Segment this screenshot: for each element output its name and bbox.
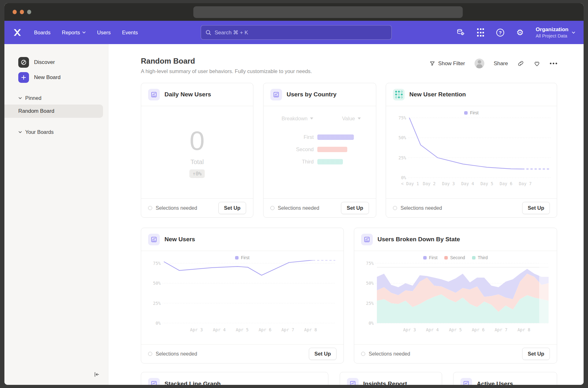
svg-text:Apr 6: Apr 6 bbox=[472, 327, 485, 332]
sidebar-item-new-board[interactable]: New Board bbox=[4, 71, 108, 84]
nav-item-label: Boards bbox=[34, 30, 50, 36]
search-input[interactable]: Search ⌘ + K bbox=[201, 25, 392, 40]
bar-row: Second bbox=[263, 146, 376, 152]
sidebar-section-pinned[interactable]: Pinned bbox=[4, 92, 108, 104]
svg-text:Day 7: Day 7 bbox=[519, 181, 532, 186]
set-up-button[interactable]: Set Up bbox=[341, 202, 369, 214]
value-dropdown[interactable]: Value bbox=[342, 116, 361, 122]
legend-label: First bbox=[470, 110, 478, 115]
share-label: Share bbox=[494, 60, 508, 67]
retention-chart: 75%50%25%0%< Day 1Day 2Day 3Day 4Day 5Da… bbox=[386, 115, 557, 190]
svg-text:Day 6: Day 6 bbox=[500, 181, 513, 186]
svg-text:Apr 4: Apr 4 bbox=[426, 327, 439, 332]
sidebar-item-label: New Board bbox=[34, 74, 61, 81]
svg-text:< Day 1: < Day 1 bbox=[401, 181, 419, 186]
svg-text:Apr 4: Apr 4 bbox=[213, 327, 226, 332]
address-bar[interactable] bbox=[193, 6, 463, 18]
chart-legend: First Second Third bbox=[354, 255, 557, 260]
page-subtitle: A high-level summary of user behaviors. … bbox=[141, 68, 557, 74]
window-close-button[interactable] bbox=[13, 10, 17, 14]
set-up-button[interactable]: Set Up bbox=[218, 202, 246, 214]
status-circle-icon bbox=[148, 206, 152, 210]
bar-label: Second bbox=[263, 146, 314, 152]
help-icon[interactable]: ? bbox=[496, 29, 504, 37]
header-actions: Show Filter Share bbox=[429, 59, 557, 68]
window-zoom-button[interactable] bbox=[27, 10, 31, 14]
nav-item-events[interactable]: Events bbox=[122, 30, 138, 36]
card-title: Daily New Users bbox=[164, 91, 211, 98]
legend-label: First bbox=[429, 255, 437, 260]
svg-text:Apr 5: Apr 5 bbox=[449, 327, 462, 332]
svg-text:75%: 75% bbox=[153, 261, 161, 266]
nav-item-users[interactable]: Users bbox=[97, 30, 111, 36]
sidebar-item-discover[interactable]: Discover bbox=[4, 56, 108, 69]
settings-gear-icon[interactable]: ⚙ bbox=[516, 28, 524, 37]
nav-item-label: Users bbox=[97, 30, 111, 36]
chart-legend: First bbox=[386, 110, 557, 115]
card-users-by-state: Users Broken Down By State First Second … bbox=[354, 228, 557, 363]
svg-text:Day 5: Day 5 bbox=[481, 181, 493, 186]
card-title: New User Retention bbox=[409, 91, 466, 98]
show-filter-label: Show Filter bbox=[438, 60, 465, 67]
board-label: Random Board bbox=[18, 108, 54, 114]
legend-label: Second bbox=[450, 255, 465, 260]
chevron-down-icon bbox=[18, 97, 22, 100]
chart-legend: First bbox=[141, 255, 343, 260]
chevron-down-icon bbox=[358, 117, 361, 120]
legend-swatch bbox=[464, 111, 468, 115]
favorite-button[interactable] bbox=[533, 60, 540, 67]
svg-text:75%: 75% bbox=[366, 261, 374, 266]
bar-row: First bbox=[263, 134, 376, 140]
bar-second bbox=[317, 147, 347, 152]
window-minimize-button[interactable] bbox=[20, 10, 24, 14]
chart-icon bbox=[347, 378, 359, 385]
sidebar-collapse-button[interactable] bbox=[93, 371, 100, 379]
search-icon bbox=[205, 30, 211, 36]
org-switcher[interactable]: Organization All Project Data bbox=[536, 26, 575, 38]
svg-text:25%: 25% bbox=[153, 301, 161, 306]
svg-text:Apr 3: Apr 3 bbox=[190, 327, 203, 332]
card-title: Active Users bbox=[477, 380, 513, 385]
sidebar-item-random-board[interactable]: Random Board bbox=[4, 105, 103, 118]
nav-item-label: Reports bbox=[62, 30, 80, 36]
avatar[interactable] bbox=[475, 59, 484, 68]
sidebar-section-your-boards[interactable]: Your Boards bbox=[4, 126, 108, 138]
chart-icon bbox=[460, 378, 472, 385]
bar-label: First bbox=[263, 134, 314, 140]
svg-text:0%: 0% bbox=[369, 321, 374, 326]
chevron-down-icon bbox=[18, 131, 22, 134]
svg-text:Day 3: Day 3 bbox=[442, 181, 455, 186]
svg-text:50%: 50% bbox=[366, 281, 374, 286]
card-title: Users Broken Down By State bbox=[378, 236, 460, 243]
plus-icon bbox=[18, 72, 29, 83]
data-management-icon[interactable] bbox=[456, 28, 465, 37]
chart-icon bbox=[361, 234, 373, 245]
mixpanel-logo-icon[interactable] bbox=[13, 27, 23, 37]
set-up-button[interactable]: Set Up bbox=[522, 348, 550, 360]
show-filter-button[interactable]: Show Filter bbox=[429, 60, 465, 67]
more-options-button[interactable] bbox=[550, 63, 557, 64]
dropdown-label: Breakdown bbox=[282, 116, 308, 122]
card-new-user-retention: New User Retention First 75%50%25%0%< Da… bbox=[386, 83, 557, 218]
legend-swatch bbox=[235, 256, 239, 260]
app-window: Boards Reports Users Events Search ⌘ + K bbox=[4, 3, 584, 385]
legend-label: First bbox=[241, 255, 249, 260]
nav-item-reports[interactable]: Reports bbox=[62, 30, 86, 36]
card-active-users: Active Users bbox=[453, 372, 557, 385]
chevron-down-icon bbox=[572, 31, 575, 34]
set-up-button[interactable]: Set Up bbox=[522, 202, 550, 214]
set-up-button[interactable]: Set Up bbox=[309, 348, 337, 360]
apps-grid-icon[interactable] bbox=[476, 28, 485, 37]
svg-text:Apr 7: Apr 7 bbox=[281, 327, 294, 332]
share-button[interactable]: Share bbox=[494, 60, 508, 67]
bar-third bbox=[317, 159, 343, 164]
nav-item-label: Events bbox=[122, 30, 138, 36]
sidebar: Discover New Board Pinned Random Board Y… bbox=[4, 44, 108, 385]
copy-link-button[interactable] bbox=[517, 60, 524, 67]
card-stacked-line-graph: Stacked Line Graph bbox=[141, 372, 328, 385]
dropdown-label: Value bbox=[342, 116, 355, 122]
nav-item-boards[interactable]: Boards bbox=[34, 30, 50, 36]
metric-label: Total bbox=[190, 158, 204, 166]
breakdown-dropdown[interactable]: Breakdown bbox=[282, 116, 314, 122]
bar-first bbox=[317, 134, 354, 140]
